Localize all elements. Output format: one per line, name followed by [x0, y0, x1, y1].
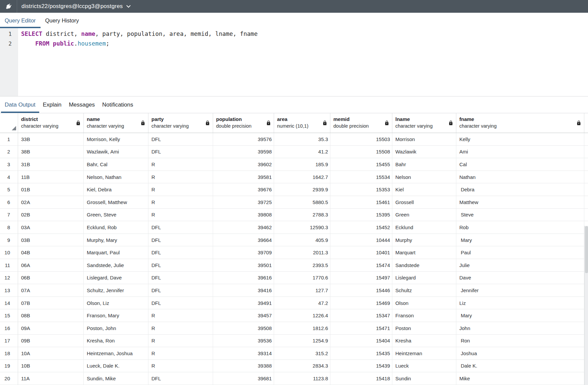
chevron-down-icon[interactable]	[126, 3, 131, 8]
table-row[interactable]: 133BMorrison, KellyDFL3957635.315503Morr…	[0, 133, 588, 146]
cell-area[interactable]: 35.3	[274, 133, 330, 145]
cell-district[interactable]: 11A	[18, 372, 84, 385]
cell-fname[interactable]: Mary	[456, 309, 584, 322]
cell-name[interactable]: Marquart, Paul	[84, 246, 148, 259]
cell-memid[interactable]: 15508	[330, 146, 392, 158]
row-number[interactable]: 3	[0, 158, 18, 171]
row-number[interactable]: 12	[0, 272, 18, 284]
cell-fname[interactable]: John	[456, 322, 584, 334]
cell-district[interactable]: 31B	[18, 158, 84, 171]
cell-fname[interactable]: Cal	[456, 158, 584, 171]
cell-name[interactable]: Nelson, Nathan	[84, 171, 148, 183]
cell-party[interactable]: DFL	[148, 259, 213, 271]
cell-name[interactable]: Bahr, Cal	[84, 158, 148, 171]
cell-lname[interactable]: Murphy	[392, 234, 456, 246]
cell-district[interactable]: 10A	[18, 347, 84, 360]
cell-memid[interactable]: 15471	[330, 322, 392, 334]
cell-lname[interactable]: Olson	[392, 297, 456, 309]
cell-population[interactable]: 39536	[213, 335, 274, 347]
cell-name[interactable]: Wazlawik, Ami	[84, 146, 148, 158]
cell-lname[interactable]: Franson	[392, 309, 456, 322]
cell-area[interactable]: 405.9	[274, 234, 330, 246]
row-number[interactable]: 14	[0, 297, 18, 309]
cell-lname[interactable]: Kresha	[392, 335, 456, 347]
cell-lname[interactable]: Bahr	[392, 158, 456, 171]
cell-lname[interactable]: Schultz	[392, 284, 456, 297]
row-number[interactable]: 7	[0, 209, 18, 221]
cell-name[interactable]: Heintzeman, Joshua	[84, 347, 148, 360]
cell-memid[interactable]: 15455	[330, 158, 392, 171]
cell-lname[interactable]: Sandstede	[392, 259, 456, 271]
cell-fname[interactable]: Matthew	[456, 196, 584, 208]
cell-party[interactable]: R	[148, 360, 213, 372]
cell-area[interactable]: 47.2	[274, 297, 330, 309]
cell-district[interactable]: 38B	[18, 146, 84, 158]
cell-district[interactable]: 02B	[18, 209, 84, 221]
cell-party[interactable]: DFL	[148, 246, 213, 259]
row-number[interactable]: 6	[0, 196, 18, 208]
cell-lname[interactable]: Grossell	[392, 196, 456, 208]
cell-party[interactable]: R	[148, 158, 213, 171]
cell-population[interactable]: 39416	[213, 284, 274, 297]
cell-district[interactable]: 06A	[18, 259, 84, 271]
cell-memid[interactable]: 15395	[330, 209, 392, 221]
cell-party[interactable]: R	[148, 209, 213, 221]
cell-memid[interactable]: 15347	[330, 309, 392, 322]
cell-population[interactable]: 39462	[213, 221, 274, 234]
cell-lname[interactable]: Heintzeman	[392, 347, 456, 360]
cell-population[interactable]: 39581	[213, 171, 274, 183]
row-number[interactable]: 13	[0, 284, 18, 297]
cell-population[interactable]: 39388	[213, 360, 274, 372]
cell-fname[interactable]: Rob	[456, 221, 584, 234]
cell-lname[interactable]: Kiel	[392, 183, 456, 196]
cell-area[interactable]: 2011.3	[274, 246, 330, 259]
code-line[interactable]: SELECT district, name, party, population…	[21, 29, 588, 39]
table-row[interactable]: 903BMurphy, MaryDFL39664405.910444Murphy…	[0, 234, 588, 247]
cell-memid[interactable]: 15446	[330, 284, 392, 297]
cell-lname[interactable]: Sundin	[392, 372, 456, 385]
cell-fname[interactable]: Ron	[456, 335, 584, 347]
column-header-fname[interactable]: fnamecharacter varying	[456, 113, 584, 133]
cell-district[interactable]: 01B	[18, 183, 84, 196]
row-number[interactable]: 16	[0, 322, 18, 334]
cell-name[interactable]: Lislegard, Dave	[84, 272, 148, 284]
cell-party[interactable]: R	[148, 183, 213, 196]
column-header-lname[interactable]: lnamecharacter varying	[392, 113, 456, 133]
cell-district[interactable]: 07A	[18, 284, 84, 297]
cell-population[interactable]: 39508	[213, 322, 274, 334]
table-row[interactable]: 1206BLislegard, DaveDFL396161770.615497L…	[0, 272, 588, 284]
cell-area[interactable]: 1642.7	[274, 171, 330, 183]
cell-memid[interactable]: 15497	[330, 272, 392, 284]
select-all-corner[interactable]	[0, 113, 18, 133]
cell-party[interactable]: DFL	[148, 221, 213, 234]
cell-fname[interactable]: Debra	[456, 183, 584, 196]
cell-party[interactable]: R	[148, 347, 213, 360]
cell-population[interactable]: 39457	[213, 309, 274, 322]
cell-name[interactable]: Olson, Liz	[84, 297, 148, 309]
cell-party[interactable]: DFL	[148, 297, 213, 309]
cell-fname[interactable]: Steve	[456, 209, 584, 221]
cell-lname[interactable]: Wazlawik	[392, 146, 456, 158]
cell-memid[interactable]: 15353	[330, 183, 392, 196]
cell-party[interactable]: R	[148, 335, 213, 347]
cell-memid[interactable]: 15418	[330, 372, 392, 385]
tab-query-history[interactable]: Query History	[41, 13, 84, 28]
cell-population[interactable]: 39725	[213, 196, 274, 208]
row-number[interactable]: 20	[0, 372, 18, 385]
cell-area[interactable]: 41.2	[274, 146, 330, 158]
cell-population[interactable]: 39491	[213, 297, 274, 309]
table-row[interactable]: 1810AHeintzeman, JoshuaR39314315.215435H…	[0, 347, 588, 360]
cell-fname[interactable]: Paul	[456, 246, 584, 259]
cell-area[interactable]: 5880.5	[274, 196, 330, 208]
cell-area[interactable]: 1123.8	[274, 372, 330, 385]
row-number[interactable]: 19	[0, 360, 18, 372]
table-row[interactable]: 1609APoston, JohnR395081812.615471Poston…	[0, 322, 588, 335]
code-line[interactable]: FROM public.housemem;	[21, 39, 588, 49]
cell-name[interactable]: Morrison, Kelly	[84, 133, 148, 145]
cell-memid[interactable]: 15461	[330, 196, 392, 208]
cell-name[interactable]: Kresha, Ron	[84, 335, 148, 347]
cell-name[interactable]: Sundin, Mike	[84, 372, 148, 385]
table-row[interactable]: 501BKiel, DebraR396762939.915353Kiel Deb…	[0, 183, 588, 196]
cell-name[interactable]: Grossell, Matthew	[84, 196, 148, 208]
cell-name[interactable]: Lueck, Dale K.	[84, 360, 148, 372]
